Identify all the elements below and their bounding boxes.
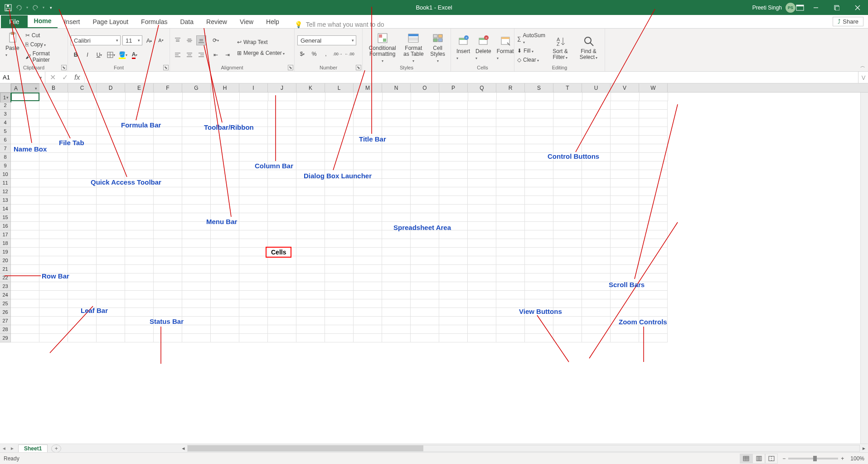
qat-customize-icon[interactable]: ▾ [50,5,52,10]
row-header-28[interactable]: 28 [0,325,11,334]
decrease-decimal-button[interactable]: ←.00 [344,49,354,59]
cell[interactable] [68,265,97,274]
scroll-left-icon[interactable]: ◄ [179,446,187,451]
cell[interactable] [125,274,154,282]
cell[interactable] [154,179,182,187]
cell[interactable] [553,230,582,239]
cell[interactable] [611,256,639,265]
cell[interactable] [97,308,125,317]
cell[interactable] [39,317,68,325]
cell[interactable] [239,248,268,256]
cell[interactable] [439,317,468,325]
cell[interactable] [611,222,639,230]
cell[interactable] [611,118,639,127]
cell[interactable] [611,230,639,239]
cell[interactable] [296,196,325,205]
cell[interactable] [296,170,325,179]
cell[interactable] [296,179,325,187]
insert-cells-button[interactable]: +Insert [454,34,473,62]
cell[interactable] [439,299,468,308]
row-header-5[interactable]: 5 [0,127,11,136]
cell[interactable] [611,334,639,342]
cell[interactable] [296,325,325,334]
cell[interactable] [553,179,582,187]
paste-button[interactable]: Paste [3,30,24,65]
cell[interactable] [68,118,97,127]
cell[interactable] [154,153,182,161]
cell[interactable] [97,93,126,101]
cell[interactable] [553,213,582,222]
cell[interactable] [611,196,639,205]
vertical-scrollbar[interactable] [860,93,868,444]
cell[interactable] [268,170,296,179]
horizontal-scrollbar[interactable]: ◄ ► [179,444,868,452]
cell[interactable] [11,196,39,205]
row-header-6[interactable]: 6 [0,136,11,144]
cell[interactable] [639,187,668,196]
cell[interactable] [68,256,97,265]
cell[interactable] [211,213,239,222]
cell[interactable] [611,274,639,282]
cell[interactable] [182,222,211,230]
cell[interactable] [211,170,239,179]
cell[interactable] [125,161,154,170]
cell[interactable] [411,299,439,308]
cell[interactable] [325,127,354,136]
fill-button[interactable]: ⬇Fill [517,47,545,55]
tab-help[interactable]: Help [260,15,286,28]
cell[interactable] [268,136,296,144]
cell[interactable] [553,334,582,342]
cell[interactable] [11,282,39,291]
cell[interactable] [97,265,125,274]
cell[interactable] [582,317,611,325]
cell[interactable] [125,187,154,196]
cell[interactable] [468,222,496,230]
cell[interactable] [239,144,268,153]
cell[interactable] [439,179,468,187]
cell[interactable] [582,274,611,282]
row-header-1[interactable]: 1 [0,93,11,103]
row-header-3[interactable]: 3 [0,110,11,118]
cell[interactable] [496,299,525,308]
cell[interactable] [468,334,496,342]
cell[interactable] [582,248,611,256]
cell[interactable] [639,299,668,308]
cell[interactable] [496,308,525,317]
row-header-18[interactable]: 18 [0,239,11,248]
tab-formulas[interactable]: Formulas [135,15,174,28]
name-box[interactable]: A1 [0,72,45,83]
cell[interactable] [211,239,239,248]
cell[interactable] [496,282,525,291]
font-size-select[interactable]: 11 [122,35,142,45]
cell[interactable] [125,334,154,342]
cell[interactable] [154,222,182,230]
cell[interactable] [268,196,296,205]
cell[interactable] [211,299,239,308]
cell[interactable] [39,118,68,127]
cell[interactable] [296,222,325,230]
cell[interactable] [382,325,411,334]
cell[interactable] [639,325,668,334]
cell[interactable] [382,265,411,274]
cell[interactable] [154,265,182,274]
cell[interactable] [582,101,611,110]
cell[interactable] [182,196,211,205]
cell[interactable] [411,291,439,299]
cell[interactable] [325,153,354,161]
cell[interactable] [211,118,239,127]
cell[interactable] [525,265,553,274]
cell[interactable] [211,256,239,265]
cell[interactable] [11,213,39,222]
page-layout-view-button[interactable] [752,454,765,464]
cell[interactable] [239,136,268,144]
cell[interactable] [268,179,296,187]
cell[interactable] [582,291,611,299]
cell[interactable] [354,179,382,187]
row-header-24[interactable]: 24 [0,291,11,299]
cell[interactable] [439,248,468,256]
cell[interactable] [68,230,97,239]
cell[interactable] [553,205,582,213]
cell[interactable] [411,222,439,230]
cell[interactable] [553,153,582,161]
cell[interactable] [39,230,68,239]
